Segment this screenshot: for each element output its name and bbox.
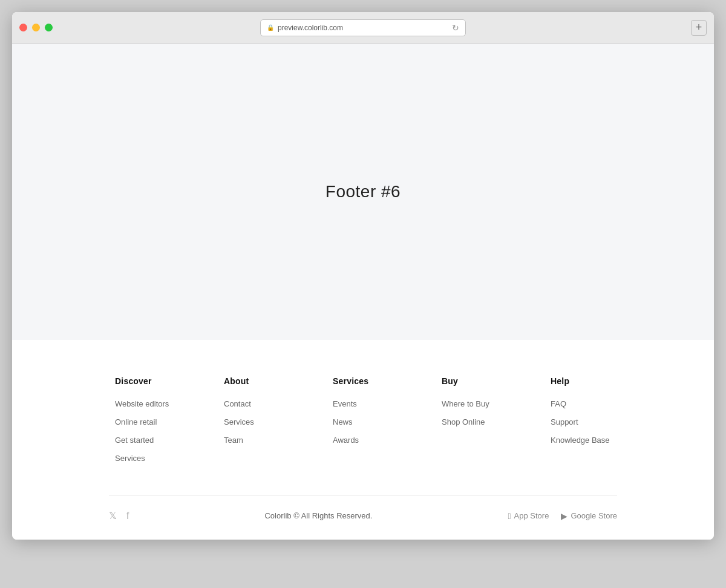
minimize-button[interactable] — [32, 24, 40, 31]
browser-titlebar: 🔒 preview.colorlib.com ↻ + — [12, 12, 714, 44]
footer-link[interactable]: FAQ — [551, 399, 566, 408]
list-item: Team — [224, 434, 284, 445]
list-item: Services — [115, 452, 175, 463]
page-content-area: Footer #6 — [12, 44, 714, 340]
browser-window: 🔒 preview.colorlib.com ↻ + Footer #6 Dis… — [12, 12, 714, 540]
footer-bottom: 𝕏 f Colorlib © All Rights Reserved.  Ap… — [12, 510, 714, 521]
footer-store-links:  App Store ▶ Google Store — [508, 511, 617, 521]
lock-icon: 🔒 — [267, 24, 274, 31]
footer-col-buy: Buy Where to Buy Shop Online — [442, 376, 502, 471]
address-bar[interactable]: 🔒 preview.colorlib.com ↻ — [260, 19, 466, 36]
footer-col-services: Services Events News Awards — [333, 376, 393, 471]
footer-heading-buy: Buy — [442, 376, 502, 386]
new-tab-button[interactable]: + — [691, 20, 707, 36]
list-item: Contact — [224, 398, 284, 409]
footer-list-discover: Website editors Online retail Get starte… — [115, 398, 175, 463]
list-item: Website editors — [115, 398, 175, 409]
footer-list-services: Events News Awards — [333, 398, 393, 445]
footer-link[interactable]: Team — [224, 436, 243, 445]
footer-heading-discover: Discover — [115, 376, 175, 386]
list-item: Knowledge Base — [551, 434, 611, 445]
footer-heading-about: About — [224, 376, 284, 386]
footer-columns: Discover Website editors Online retail G… — [12, 376, 714, 495]
footer-social: 𝕏 f — [109, 510, 129, 521]
list-item: Services — [224, 416, 284, 427]
list-item: Awards — [333, 434, 393, 445]
play-icon: ▶ — [561, 511, 567, 521]
footer-link[interactable]: Website editors — [115, 399, 169, 408]
footer-list-buy: Where to Buy Shop Online — [442, 398, 502, 427]
reload-button[interactable]: ↻ — [452, 23, 459, 33]
google-store-link[interactable]: ▶ Google Store — [561, 511, 617, 521]
list-item: Where to Buy — [442, 398, 502, 409]
footer-link[interactable]: Services — [224, 417, 254, 426]
list-item: Support — [551, 416, 611, 427]
footer-link[interactable]: Knowledge Base — [551, 436, 610, 445]
list-item: Shop Online — [442, 416, 502, 427]
app-store-link[interactable]:  App Store — [508, 511, 549, 521]
maximize-button[interactable] — [45, 24, 53, 31]
google-store-label: Google Store — [571, 511, 617, 520]
list-item: News — [333, 416, 393, 427]
footer-copyright: Colorlib © All Rights Reserved. — [129, 511, 508, 520]
footer-col-help: Help FAQ Support Knowledge Base — [551, 376, 611, 471]
footer-link[interactable]: Support — [551, 417, 578, 426]
footer-col-discover: Discover Website editors Online retail G… — [115, 376, 175, 471]
url-text: preview.colorlib.com — [278, 24, 448, 32]
list-item: Events — [333, 398, 393, 409]
list-item: Online retail — [115, 416, 175, 427]
footer-link[interactable]: Events — [333, 399, 357, 408]
twitter-icon[interactable]: 𝕏 — [109, 510, 117, 521]
footer: Discover Website editors Online retail G… — [12, 340, 714, 540]
footer-list-about: Contact Services Team — [224, 398, 284, 445]
list-item: FAQ — [551, 398, 611, 409]
footer-heading-services: Services — [333, 376, 393, 386]
footer-link[interactable]: Online retail — [115, 417, 157, 426]
app-store-label: App Store — [514, 511, 549, 520]
footer-link[interactable]: Get started — [115, 436, 154, 445]
footer-link[interactable]: Awards — [333, 436, 359, 445]
window-controls — [19, 24, 53, 31]
footer-list-help: FAQ Support Knowledge Base — [551, 398, 611, 445]
footer-heading-help: Help — [551, 376, 611, 386]
footer-link[interactable]: Where to Buy — [442, 399, 489, 408]
page-title: Footer #6 — [325, 182, 401, 201]
footer-link[interactable]: Contact — [224, 399, 251, 408]
footer-link[interactable]: News — [333, 417, 353, 426]
footer-link[interactable]: Shop Online — [442, 417, 485, 426]
footer-link[interactable]: Services — [115, 454, 145, 463]
list-item: Get started — [115, 434, 175, 445]
close-button[interactable] — [19, 24, 27, 31]
footer-divider — [109, 495, 617, 495]
apple-icon:  — [508, 511, 511, 521]
footer-col-about: About Contact Services Team — [224, 376, 284, 471]
